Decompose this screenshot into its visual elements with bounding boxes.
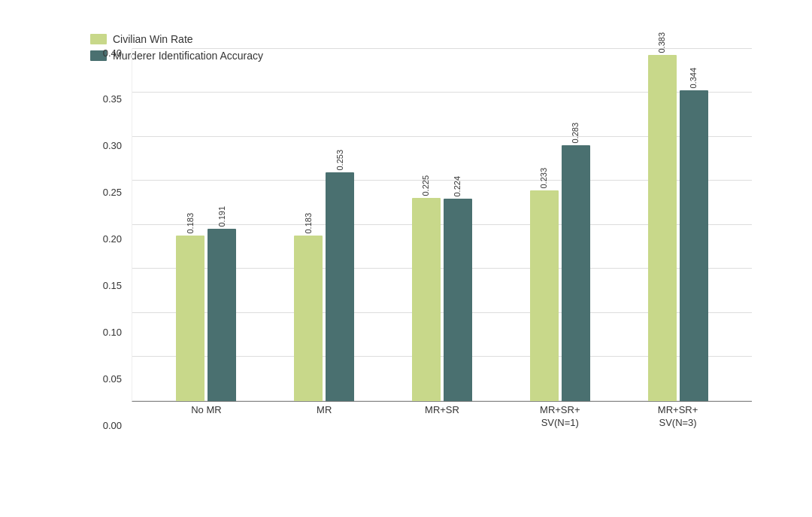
legend-label-civilian: Civilian Win Rate — [113, 33, 193, 45]
civilian-bar — [294, 236, 323, 401]
civilian-bar-wrap: 0.183 — [176, 213, 205, 401]
legend-box-civilian — [90, 34, 107, 44]
y-axis-label: 0.15 — [103, 281, 122, 290]
bars: 0.2250.224 — [412, 175, 472, 401]
bar-group: 0.3830.344 — [648, 32, 708, 401]
legend-item-civilian: Civilian Win Rate — [90, 33, 263, 45]
chart-container: Civilian Win Rate Murderer Identificatio… — [30, 26, 782, 492]
x-axis-label: MR+SR+SV(N=3) — [644, 404, 712, 430]
bars: 0.1830.191 — [176, 206, 236, 401]
civilian-bar — [412, 198, 441, 401]
murderer-bar — [444, 199, 472, 401]
x-axis-label: MR+SR — [408, 404, 476, 430]
x-labels: No MRMRMR+SRMR+SR+SV(N=1)MR+SR+SV(N=3) — [132, 404, 752, 430]
x-axis-label: MR+SR+SV(N=1) — [526, 404, 594, 430]
murderer-bar-wrap: 0.253 — [326, 150, 354, 401]
y-axis-label: 0.35 — [103, 94, 122, 104]
murderer-bar — [562, 145, 590, 401]
murderer-bar-value: 0.344 — [689, 68, 698, 89]
murderer-bar-wrap: 0.191 — [208, 206, 236, 401]
bars: 0.2330.283 — [530, 123, 590, 401]
civilian-bar — [648, 55, 677, 401]
y-axis-label: 0.30 — [103, 141, 122, 151]
y-axis-label: 0.20 — [103, 234, 122, 244]
civilian-bar-wrap: 0.183 — [294, 213, 323, 401]
bars: 0.3830.344 — [648, 32, 708, 401]
murderer-bar-wrap: 0.224 — [444, 176, 472, 401]
bar-group: 0.1830.253 — [294, 150, 354, 401]
civilian-bar-value: 0.183 — [304, 213, 313, 234]
civilian-bar-value: 0.233 — [540, 168, 548, 189]
civilian-bar-value: 0.225 — [422, 175, 430, 196]
y-axis: 0.000.050.100.150.200.250.300.350.40 — [90, 48, 128, 432]
bar-group: 0.2250.224 — [412, 175, 472, 401]
y-axis-label: 0.00 — [103, 421, 122, 430]
civilian-bar — [530, 190, 559, 401]
y-axis-label: 0.40 — [103, 48, 122, 58]
plot-area: 0.1830.1910.1830.2530.2250.2240.2330.283… — [132, 48, 752, 402]
bar-group: 0.1830.191 — [176, 206, 236, 401]
civilian-bar-wrap: 0.233 — [530, 168, 559, 401]
bars: 0.1830.253 — [294, 150, 354, 401]
y-axis-label: 0.05 — [103, 374, 122, 384]
y-axis-label: 0.25 — [103, 187, 122, 197]
civilian-bar-wrap: 0.383 — [648, 32, 677, 401]
civilian-bar-value: 0.383 — [658, 32, 666, 53]
civilian-bar-wrap: 0.225 — [412, 175, 441, 401]
murderer-bar-wrap: 0.283 — [562, 123, 590, 401]
murderer-bar-value: 0.191 — [218, 206, 226, 227]
murderer-bar — [326, 172, 354, 401]
y-axis-label: 0.10 — [103, 327, 122, 337]
murderer-bar-wrap: 0.344 — [680, 68, 708, 401]
chart-area: 0.000.050.100.150.200.250.300.350.40 0.1… — [90, 48, 752, 432]
murderer-bar — [208, 229, 236, 401]
x-axis-label: No MR — [172, 404, 240, 430]
murderer-bar-value: 0.253 — [336, 150, 344, 171]
bars-row: 0.1830.1910.1830.2530.2250.2240.2330.283… — [132, 48, 752, 401]
murderer-bar-value: 0.283 — [571, 123, 580, 144]
civilian-bar — [176, 236, 205, 401]
civilian-bar-value: 0.183 — [186, 213, 195, 234]
x-axis-label: MR — [290, 404, 358, 430]
bar-group: 0.2330.283 — [530, 123, 590, 401]
murderer-bar — [680, 90, 708, 401]
murderer-bar-value: 0.224 — [453, 176, 462, 197]
